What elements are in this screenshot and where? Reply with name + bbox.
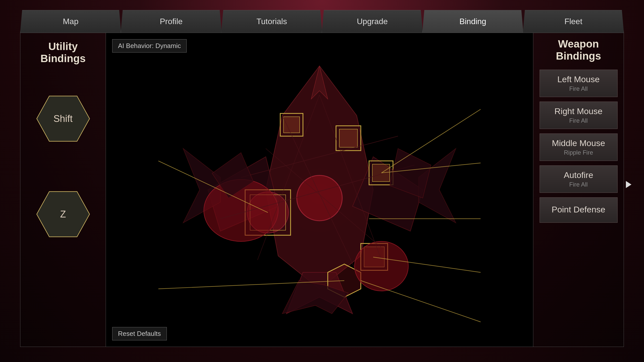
z-binding-button[interactable]: Z — [35, 190, 91, 238]
tab-tutorials[interactable]: Tutorials — [221, 10, 322, 33]
point-defense-title: Point Defense — [545, 205, 612, 214]
ship-viewport: AI Behavior: Dynamic — [106, 33, 533, 347]
z-key-label: Z — [60, 209, 66, 220]
svg-rect-11 — [284, 117, 300, 133]
middle-mouse-title: Middle Mouse — [545, 138, 612, 148]
svg-line-40 — [361, 281, 480, 322]
middle-mouse-binding[interactable]: Middle Mouse Ripple Fire — [540, 133, 618, 161]
autofire-title: Autofire — [545, 170, 612, 180]
utility-bindings-panel: Utility Bindings Shift Z — [20, 33, 106, 347]
svg-point-23 — [355, 241, 408, 291]
navigation-tabs: Map Profile Tutorials Upgrade Binding Fl… — [20, 10, 624, 33]
tab-binding[interactable]: Binding — [422, 10, 524, 33]
tab-profile[interactable]: Profile — [121, 10, 222, 33]
autofire-subtitle: Fire All — [545, 181, 612, 188]
ai-behavior-button[interactable]: AI Behavior: Dynamic — [112, 39, 187, 53]
shift-key-label: Shift — [53, 113, 72, 124]
autofire-binding[interactable]: Autofire Fire All — [540, 165, 618, 193]
utility-bindings-title: Utility Bindings — [25, 40, 101, 65]
reset-defaults-button[interactable]: Reset Defaults — [112, 327, 167, 340]
cursor-arrow-icon — [626, 181, 631, 188]
weapon-bindings-title: Weapon Bindings — [538, 38, 619, 62]
shift-binding-button[interactable]: Shift — [35, 95, 91, 143]
tab-upgrade[interactable]: Upgrade — [322, 10, 423, 33]
right-mouse-subtitle: Fire All — [545, 117, 612, 124]
tab-map[interactable]: Map — [20, 10, 121, 33]
ship-visualization — [106, 33, 533, 347]
tab-fleet[interactable]: Fleet — [523, 10, 624, 33]
left-mouse-binding[interactable]: Left Mouse Fire All — [540, 70, 618, 97]
svg-point-24 — [297, 175, 342, 221]
middle-mouse-subtitle: Ripple Fire — [545, 149, 612, 156]
left-mouse-subtitle: Fire All — [545, 85, 612, 92]
weapon-bindings-panel: Weapon Bindings Left Mouse Fire All Righ… — [533, 33, 624, 347]
svg-rect-13 — [339, 129, 357, 147]
right-mouse-binding[interactable]: Right Mouse Fire All — [540, 102, 618, 129]
main-content: Utility Bindings Shift Z AI Behavior: Dy… — [20, 33, 624, 347]
svg-line-36 — [381, 109, 480, 173]
left-mouse-title: Left Mouse — [545, 74, 612, 84]
right-mouse-title: Right Mouse — [545, 106, 612, 116]
point-defense-binding[interactable]: Point Defense — [540, 197, 618, 223]
